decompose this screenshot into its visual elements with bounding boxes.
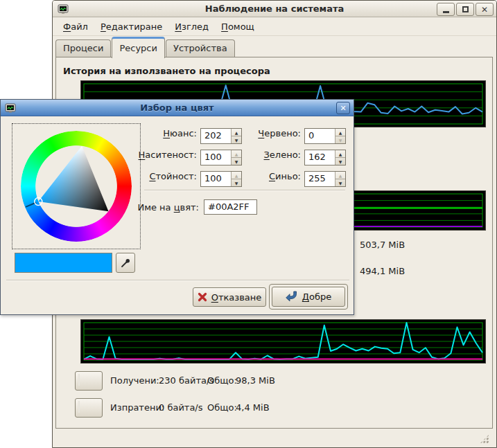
menu-file[interactable]: Файл: [57, 19, 94, 34]
maximize-icon: [462, 6, 469, 12]
received-total-label: Общо:: [207, 375, 237, 386]
network-history-chart: [80, 319, 486, 364]
ok-button-default-ring: Добре: [269, 284, 348, 310]
color-name-label: Име на цвят:: [105, 202, 199, 213]
swap-used-value: 494,1 MiB: [360, 266, 405, 276]
tab-processes[interactable]: Процеси: [55, 39, 111, 57]
close-icon: ✕: [481, 6, 488, 14]
received-rate: 230 байта/s: [159, 375, 214, 386]
tab-devices[interactable]: Устройства: [166, 39, 235, 57]
green-spin-down[interactable]: ▼: [335, 158, 345, 165]
blue-label: Синьо:: [225, 171, 301, 181]
sent-color-button[interactable]: [75, 398, 103, 418]
desktop: Наблюдение на системата ✕ Файл Редактира…: [0, 0, 497, 448]
color-wheel[interactable]: [21, 131, 132, 242]
received-total: 98,3 MiB: [236, 375, 275, 386]
green-spinbox[interactable]: 162 ▲▼: [304, 150, 346, 165]
red-spin-down[interactable]: ▼: [335, 136, 345, 143]
saturation-label: Наситеност:: [121, 150, 197, 160]
ok-icon: [286, 291, 298, 303]
window-titlebar[interactable]: Наблюдение на системата ✕: [53, 1, 496, 17]
close-button[interactable]: ✕: [476, 3, 494, 16]
cancel-button-label: Отказване: [211, 292, 262, 303]
hue-label: Нюанс:: [121, 128, 197, 138]
sent-color-swatch: [78, 401, 80, 413]
statusbar: [55, 429, 492, 447]
sent-total: 4,4 MiB: [236, 402, 270, 413]
swap-usage-row: 494,1 MiB 0,0 %: [360, 266, 497, 276]
actions-separator: [6, 280, 349, 281]
tab-resources[interactable]: Ресурси: [112, 37, 165, 58]
ok-button-label: Добре: [302, 292, 331, 302]
received-color-swatch: [78, 374, 80, 386]
green-label: Зелено:: [225, 150, 301, 160]
color-preview-swatch: [15, 253, 112, 273]
cancel-icon: [198, 292, 207, 302]
blue-spinbox[interactable]: 255 ▲▼: [304, 171, 346, 187]
red-input[interactable]: 0: [305, 129, 335, 143]
eyedropper-button[interactable]: [116, 253, 135, 273]
menu-edit[interactable]: Редактиране: [94, 19, 168, 34]
sv-triangle[interactable]: [21, 131, 132, 242]
minimize-icon: [443, 11, 449, 13]
memory-used-value: 503,7 MiB: [360, 240, 405, 250]
received-legend-row: Получени: 230 байта/s Общо: 98,3 MiB: [56, 371, 492, 391]
color-name-input[interactable]: #00A2FF: [204, 199, 257, 215]
minimize-button[interactable]: [437, 3, 455, 16]
dialog-close-button[interactable]: ✕: [336, 102, 350, 114]
color-wheel-box: [12, 123, 141, 249]
sent-legend-row: Изпратени: 0 байта/s Общо: 4,4 MiB: [56, 398, 492, 418]
blue-input[interactable]: 255: [305, 172, 335, 186]
menu-view[interactable]: Изглед: [168, 19, 215, 34]
value-label: Стойност:: [121, 171, 197, 181]
menubar: Файл Редактиране Изглед Помощ: [53, 18, 496, 36]
sent-rate: 0 байта/s: [159, 402, 203, 413]
color-picker-dialog: Избор на цвят ✕: [0, 99, 354, 315]
eyedropper-icon: [120, 258, 131, 269]
menu-help[interactable]: Помощ: [215, 19, 261, 34]
received-color-button[interactable]: [75, 371, 103, 391]
dialog-title: Избор на цвят: [1, 102, 354, 113]
dialog-titlebar[interactable]: Избор на цвят ✕: [1, 100, 354, 116]
red-spinbox[interactable]: 0 ▲▼: [304, 128, 346, 144]
received-label: Получени:: [110, 375, 159, 386]
fields-separator: [144, 190, 345, 191]
memory-usage-row: 503,7 MiB 57,1 %: [360, 240, 497, 250]
ok-button[interactable]: Добре: [272, 287, 345, 307]
cancel-button[interactable]: Отказване: [193, 287, 266, 307]
cpu-history-heading: История на използването на процесора: [63, 66, 270, 76]
sent-label: Изпратени:: [110, 402, 164, 413]
blue-spin-up[interactable]: ▲: [335, 172, 345, 179]
maximize-button[interactable]: [456, 3, 474, 16]
dialog-close-icon: ✕: [340, 104, 346, 113]
resize-grip[interactable]: [480, 434, 489, 444]
sent-total-label: Общо:: [207, 402, 237, 413]
green-spin-up[interactable]: ▲: [335, 150, 345, 158]
red-label: Червено:: [225, 128, 301, 138]
green-input[interactable]: 162: [305, 150, 335, 165]
red-spin-up[interactable]: ▲: [335, 129, 345, 136]
blue-spin-down[interactable]: ▼: [335, 179, 345, 186]
window-title: Наблюдение на системата: [53, 3, 496, 14]
tabstrip: Процеси Ресурси Устройства: [55, 36, 492, 57]
